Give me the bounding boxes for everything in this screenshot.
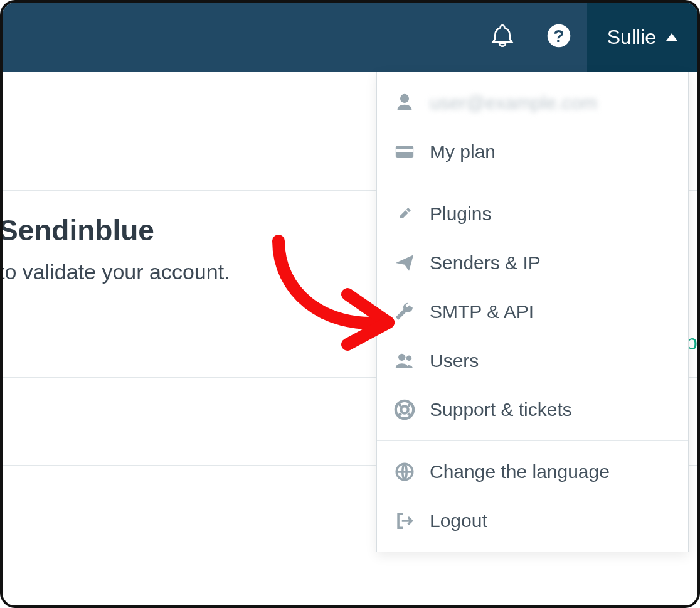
globe-icon — [393, 461, 416, 483]
menu-item-logout[interactable]: Logout — [377, 496, 688, 545]
menu-label: Plugins — [430, 203, 491, 225]
wrench-icon — [393, 301, 416, 323]
menu-item-support[interactable]: Support & tickets — [377, 385, 688, 434]
menu-label: Users — [430, 350, 479, 371]
help-icon: ? — [546, 23, 571, 51]
menu-item-smtp-api[interactable]: SMTP & API — [377, 287, 688, 336]
menu-item-account-email[interactable]: user@example.com — [377, 78, 688, 127]
notifications-button[interactable] — [474, 3, 531, 72]
users-icon — [393, 349, 416, 372]
lifebuoy-icon — [393, 398, 416, 421]
logout-icon — [393, 509, 416, 532]
paper-plane-icon — [393, 252, 416, 274]
user-icon — [393, 92, 416, 114]
menu-item-senders-ip[interactable]: Senders & IP — [377, 238, 688, 287]
card-icon — [393, 141, 416, 163]
svg-point-5 — [406, 356, 412, 361]
menu-item-language[interactable]: Change the language — [377, 447, 688, 496]
plug-icon — [393, 203, 416, 225]
menu-label: Senders & IP — [430, 252, 541, 274]
menu-item-plugins[interactable]: Plugins — [377, 189, 688, 238]
svg-text:?: ? — [553, 26, 564, 46]
menu-label: Support & tickets — [430, 399, 572, 420]
caret-up-icon — [666, 33, 677, 41]
top-navbar: ? Sullie — [3, 3, 697, 72]
menu-label: user@example.com — [430, 92, 597, 114]
menu-label: Logout — [430, 510, 487, 531]
svg-point-4 — [398, 354, 405, 361]
menu-item-users[interactable]: Users — [377, 336, 688, 385]
user-menu-toggle[interactable]: Sullie — [587, 3, 697, 72]
svg-rect-3 — [396, 149, 413, 152]
menu-label: SMTP & API — [430, 301, 534, 323]
menu-label: My plan — [430, 141, 496, 163]
user-dropdown: user@example.com My plan Plugins Sen — [376, 72, 689, 552]
user-name: Sullie — [607, 26, 656, 49]
menu-item-my-plan[interactable]: My plan — [377, 127, 688, 176]
svg-point-7 — [401, 406, 408, 413]
svg-point-6 — [396, 401, 413, 419]
menu-label: Change the language — [430, 461, 610, 483]
help-button[interactable]: ? — [531, 3, 587, 72]
bell-icon — [490, 23, 515, 51]
